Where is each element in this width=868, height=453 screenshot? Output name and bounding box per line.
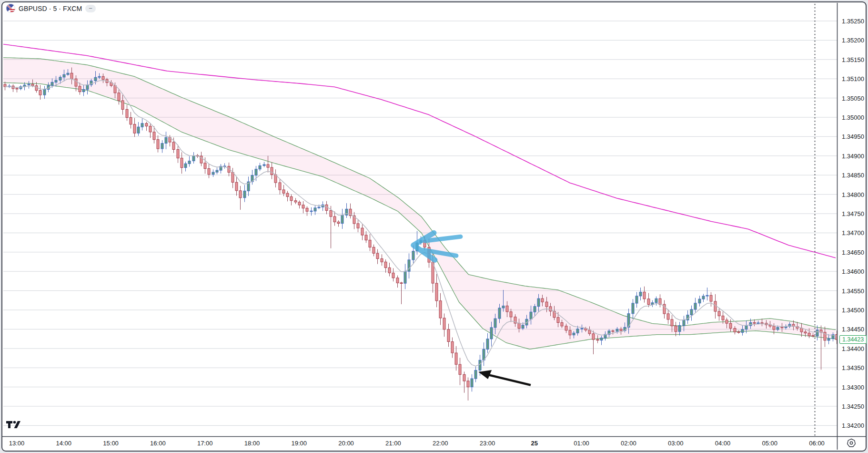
symbol-legend[interactable]: GBPUSD · 5 · FXCM − [6, 4, 96, 13]
gbp-usd-flag-icon [6, 4, 15, 13]
black-arrow-annotation[interactable] [478, 370, 531, 385]
chart-widget: GBPUSD · 5 · FXCM − 1.352501.352001.3515… [0, 0, 868, 453]
symbol-title[interactable]: GBPUSD · 5 · FXCM [19, 5, 82, 12]
price-chart-canvas[interactable] [0, 0, 868, 453]
tradingview-logo-icon[interactable] [6, 421, 20, 428]
legend-collapse-button[interactable]: − [85, 5, 96, 12]
time-axis-settings-icon[interactable] [848, 439, 856, 447]
